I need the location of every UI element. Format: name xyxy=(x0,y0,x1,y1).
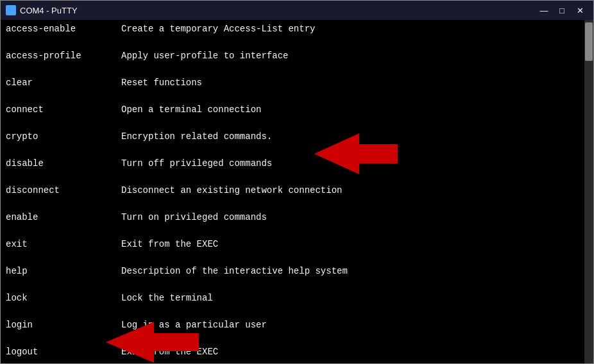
list-item: crypto Encryption related commands. xyxy=(6,130,579,144)
list-item: enable Turn on privileged commands xyxy=(6,211,579,224)
svg-rect-1 xyxy=(10,12,12,13)
titlebar: COM4 - PuTTY — □ ✕ xyxy=(1,1,593,20)
app-icon xyxy=(6,5,16,15)
window-controls: — □ ✕ xyxy=(536,4,588,17)
list-item: clear Reset functions xyxy=(6,76,579,90)
minimize-button[interactable]: — xyxy=(536,4,552,17)
list-item: access-profile Apply user-profile to int… xyxy=(6,49,579,63)
list-item: disable Turn off privileged commands xyxy=(6,157,579,170)
svg-rect-0 xyxy=(7,6,15,12)
titlebar-left: COM4 - PuTTY xyxy=(6,5,78,15)
list-item: connect Open a terminal connection xyxy=(6,103,579,117)
list-item: help Description of the interactive help… xyxy=(6,265,579,278)
list-item: access-enable Create a temporary Access-… xyxy=(6,22,579,36)
list-item: logout Exit from the EXEC xyxy=(6,345,579,359)
svg-rect-2 xyxy=(8,13,13,14)
list-item: login Log in as a particular user xyxy=(6,318,579,332)
scrollbar-thumb[interactable] xyxy=(585,22,593,61)
list-item: lock Lock the terminal xyxy=(6,292,579,305)
terminal-container: access-enable Create a temporary Access-… xyxy=(1,20,593,363)
list-item: disconnect Disconnect an existing networ… xyxy=(6,184,579,197)
list-item: exit Exit from the EXEC xyxy=(6,238,579,251)
window-title: COM4 - PuTTY xyxy=(20,6,78,15)
putty-window: COM4 - PuTTY — □ ✕ access-enable Create … xyxy=(0,0,594,364)
terminal-output[interactable]: access-enable Create a temporary Access-… xyxy=(1,20,584,363)
scrollbar[interactable] xyxy=(584,20,593,363)
close-button[interactable]: ✕ xyxy=(572,4,588,17)
maximize-button[interactable]: □ xyxy=(554,4,570,17)
